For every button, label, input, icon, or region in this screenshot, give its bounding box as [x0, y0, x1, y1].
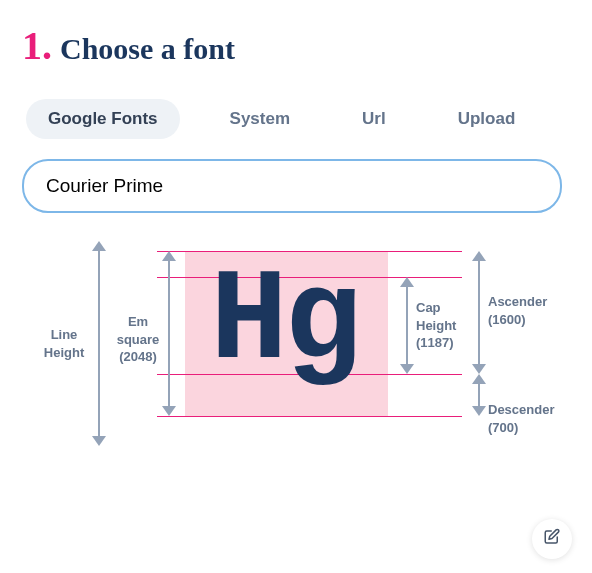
em-square-label-text: Em square: [114, 313, 162, 348]
descender-value: (700): [488, 419, 554, 437]
ascender-label: Ascender (1600): [488, 293, 547, 328]
descender-label-text: Descender: [488, 401, 554, 419]
em-square-value: (2048): [114, 348, 162, 366]
font-source-tabs: Google Fonts System Url Upload: [22, 99, 570, 139]
em-square-arrow: [162, 251, 176, 416]
tab-url[interactable]: Url: [340, 99, 408, 139]
font-metrics-diagram: Hg Line Height Em square (2048) Cap Heig…: [22, 241, 562, 491]
edit-button[interactable]: [532, 519, 572, 559]
tab-google-fonts[interactable]: Google Fonts: [26, 99, 180, 139]
line-height-arrow: [92, 241, 106, 446]
step-heading: 1. Choose a font: [22, 22, 570, 69]
step-title: Choose a font: [60, 32, 235, 66]
em-square-label: Em square (2048): [114, 313, 162, 366]
guide-descender: [157, 416, 462, 417]
step-number: 1.: [22, 22, 52, 69]
font-search-wrap[interactable]: [22, 159, 562, 213]
edit-icon: [543, 528, 561, 550]
line-height-label: Line Height: [42, 326, 86, 361]
ascender-label-text: Ascender: [488, 293, 547, 311]
ascender-arrow: [472, 251, 486, 374]
ascender-value: (1600): [488, 311, 547, 329]
cap-height-value: (1187): [416, 334, 464, 352]
cap-height-arrow: [400, 277, 414, 374]
sample-glyphs: Hg: [210, 249, 358, 396]
descender-label: Descender (700): [488, 401, 554, 436]
tab-upload[interactable]: Upload: [436, 99, 538, 139]
cap-height-label: Cap Height (1187): [416, 299, 464, 352]
descender-arrow: [472, 374, 486, 416]
cap-height-label-text: Cap Height: [416, 299, 464, 334]
font-search-input[interactable]: [46, 175, 538, 197]
tab-system[interactable]: System: [208, 99, 312, 139]
